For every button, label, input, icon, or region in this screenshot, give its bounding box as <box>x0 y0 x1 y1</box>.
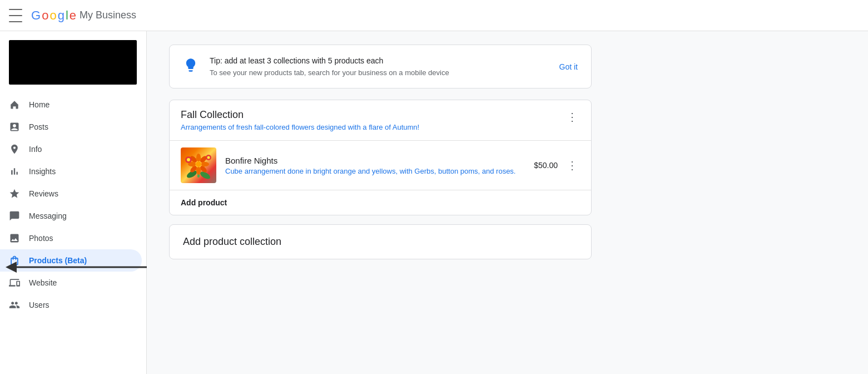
posts-icon <box>9 121 20 132</box>
products-icon <box>9 255 20 266</box>
reviews-label: Reviews <box>29 189 58 198</box>
business-image <box>9 40 137 85</box>
add-product-button[interactable]: Add product <box>181 198 227 207</box>
website-label: Website <box>29 278 57 287</box>
svg-point-18 <box>207 156 210 159</box>
insights-label: Insights <box>29 167 56 176</box>
sidebar-item-messaging[interactable]: Messaging <box>0 205 142 227</box>
add-product-row: Add product <box>170 190 591 215</box>
messaging-label: Messaging <box>29 211 67 220</box>
add-collection-label: Add product collection <box>183 236 281 247</box>
sidebar-item-posts[interactable]: Posts <box>0 116 142 138</box>
tip-card: Tip: add at least 3 collections with 5 p… <box>169 45 592 88</box>
photos-icon <box>9 233 20 244</box>
sidebar-item-products[interactable]: Products (Beta) <box>0 249 142 272</box>
tip-title: Tip: add at least 3 collections with 5 p… <box>210 56 548 65</box>
tip-content: Tip: add at least 3 collections with 5 p… <box>210 56 548 77</box>
insights-icon <box>9 166 20 177</box>
tip-description: To see your new products tab, search for… <box>210 68 548 77</box>
products-label: Products (Beta) <box>29 256 87 265</box>
sidebar-item-info[interactable]: Info <box>0 138 142 160</box>
product-price: $50.00 <box>534 161 558 170</box>
product-name: Bonfire Nights <box>225 156 525 165</box>
website-icon <box>9 277 20 288</box>
add-collection-card[interactable]: Add product collection <box>169 224 592 259</box>
reviews-icon <box>9 188 20 199</box>
fall-collection-card: Fall Collection Arrangements of fresh fa… <box>169 100 592 215</box>
svg-point-8 <box>196 167 201 175</box>
photos-label: Photos <box>29 234 53 243</box>
sidebar-item-photos[interactable]: Photos <box>0 227 142 249</box>
collection-more-options[interactable]: ⋮ <box>564 109 580 125</box>
home-label: Home <box>29 100 49 109</box>
product-description: Cube arrangement done in bright orange a… <box>225 167 525 175</box>
collection-title: Fall Collection <box>181 109 419 121</box>
got-it-button[interactable]: Got it <box>559 62 578 71</box>
collection-description: Arrangements of fresh fall-colored flowe… <box>181 123 419 131</box>
svg-point-10 <box>201 162 209 166</box>
sidebar-item-reviews[interactable]: Reviews <box>0 183 142 205</box>
messaging-icon <box>9 210 20 222</box>
sidebar-item-users[interactable]: Users <box>0 294 142 316</box>
product-actions: $50.00 ⋮ <box>534 158 580 173</box>
product-image <box>181 147 216 183</box>
hamburger-menu[interactable] <box>9 9 22 22</box>
topbar: Google My Business <box>0 0 868 31</box>
app-title: My Business <box>80 9 136 21</box>
main-content: Tip: add at least 3 collections with 5 p… <box>147 31 868 374</box>
sidebar: Home Posts Info Insights <box>0 31 147 374</box>
sidebar-item-home[interactable]: Home <box>0 94 142 116</box>
sidebar-item-insights[interactable]: Insights <box>0 160 142 183</box>
svg-point-19 <box>196 161 201 167</box>
info-label: Info <box>29 145 42 154</box>
users-icon <box>9 299 20 311</box>
collection-info: Fall Collection Arrangements of fresh fa… <box>181 109 419 131</box>
product-info: Bonfire Nights Cube arrangement done in … <box>225 156 525 175</box>
product-more-options[interactable]: ⋮ <box>564 158 580 173</box>
product-row: Bonfire Nights Cube arrangement done in … <box>170 141 591 190</box>
info-icon <box>9 144 20 155</box>
google-logo: Google <box>31 8 76 23</box>
users-label: Users <box>29 301 49 309</box>
collection-header: Fall Collection Arrangements of fresh fa… <box>170 100 591 140</box>
posts-label: Posts <box>29 122 48 131</box>
svg-point-7 <box>196 154 201 161</box>
home-icon <box>9 99 20 110</box>
lightbulb-icon <box>183 57 199 76</box>
sidebar-item-website[interactable]: Website <box>0 272 142 294</box>
svg-point-16 <box>187 158 190 161</box>
layout: Home Posts Info Insights <box>0 31 868 374</box>
